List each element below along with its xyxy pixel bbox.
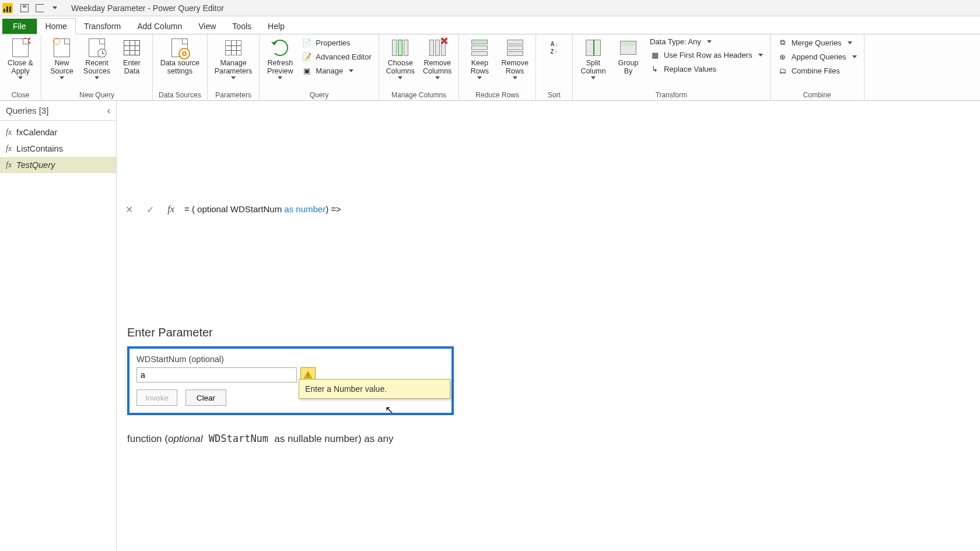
- replace-values-button[interactable]: ↳Replace Values: [649, 63, 718, 75]
- group-label: Query: [310, 90, 329, 99]
- group-label: Sort: [548, 90, 561, 99]
- document-icon: [12, 38, 29, 57]
- tab-transform[interactable]: Transform: [76, 19, 129, 34]
- group-label: Manage Columns: [391, 90, 446, 99]
- ribbon-group-sort: A↓Z↑ Sort: [536, 34, 573, 100]
- validation-tooltip: Enter a Number value.: [299, 379, 450, 399]
- advanced-editor-button[interactable]: 📝Advanced Editor: [300, 51, 372, 62]
- close-x-icon: [23, 37, 32, 45]
- ribbon-group-reduce-rows: Keep Rows Remove Rows Reduce Rows: [459, 34, 536, 100]
- split-column-button[interactable]: Split Column: [579, 37, 608, 80]
- new-star-icon: [53, 38, 60, 45]
- tab-add-column[interactable]: Add Column: [129, 19, 190, 34]
- document-icon: [54, 38, 70, 57]
- recent-sources-button[interactable]: Recent Sources: [82, 37, 111, 80]
- remove-columns-icon: [429, 40, 446, 56]
- combine-files-button[interactable]: 🗂Combine Files: [776, 65, 841, 76]
- new-source-button[interactable]: New Source: [47, 37, 76, 80]
- qat-save-button[interactable]: [18, 1, 32, 15]
- keep-rows-button[interactable]: Keep Rows: [465, 37, 494, 80]
- function-icon: fx: [6, 160, 12, 170]
- tab-view[interactable]: View: [190, 19, 224, 34]
- ribbon-group-new-query: New Source Recent Sources Enter Data New…: [41, 34, 153, 100]
- function-signature: function (optional WDStartNum as nullabl…: [127, 433, 970, 445]
- commit-formula-button[interactable]: ✓: [142, 202, 158, 217]
- svg-rect-0: [307, 374, 308, 375]
- group-label: Data Sources: [159, 90, 201, 99]
- remove-rows-icon: [507, 40, 523, 56]
- tab-help[interactable]: Help: [260, 19, 293, 34]
- table-icon: [124, 40, 140, 55]
- group-by-button[interactable]: Group By: [614, 37, 643, 77]
- group-label: Transform: [656, 90, 687, 99]
- chevron-down-icon: [349, 69, 354, 72]
- manage-icon: ▣: [302, 65, 312, 76]
- function-icon: fx: [6, 144, 12, 153]
- remove-columns-button[interactable]: Remove Columns: [422, 37, 453, 80]
- close-apply-button[interactable]: Close & Apply: [6, 37, 35, 80]
- parameter-label: WDStartNum (optional): [136, 355, 444, 364]
- merge-queries-button[interactable]: ⧉Merge Queries: [776, 37, 853, 48]
- query-item-testquery[interactable]: fxTestQuery: [0, 157, 116, 173]
- keep-rows-icon: [471, 40, 488, 56]
- content-area: Enter Parameter WDStartNum (optional) In…: [117, 318, 980, 551]
- window-title: Weekday Parameter - Power Query Editor: [71, 3, 224, 13]
- formula-text[interactable]: = ( optional WDStartNum as number) =>: [184, 204, 975, 215]
- tab-home[interactable]: Home: [37, 18, 76, 34]
- refresh-preview-button[interactable]: Refresh Preview: [265, 37, 295, 80]
- split-icon: [586, 40, 601, 56]
- queries-count-label: Queries [3]: [6, 106, 48, 115]
- query-item-listcontains[interactable]: fxListContains: [0, 141, 116, 157]
- query-item-fxcalendar[interactable]: fxfxCalendar: [0, 124, 116, 141]
- app-icon: [2, 3, 13, 13]
- first-row-headers-button[interactable]: ▦Use First Row as Headers: [649, 49, 764, 61]
- manage-menu[interactable]: ▣Manage: [300, 65, 355, 76]
- main-area: ✕ ✓ fx = ( optional WDStartNum as number…: [117, 101, 980, 551]
- data-source-settings-button[interactable]: Data source settings: [159, 37, 201, 77]
- manage-parameters-button[interactable]: Manage Parameters: [214, 37, 254, 80]
- cancel-formula-button[interactable]: ✕: [121, 202, 136, 217]
- queries-pane-header: Queries [3] ‹: [0, 101, 116, 121]
- append-queries-button[interactable]: ⊕Append Queries: [776, 51, 858, 62]
- ribbon-group-manage-columns: Choose Columns Remove Columns Manage Col…: [379, 34, 460, 100]
- chevron-down-icon: [758, 54, 763, 57]
- chevron-down-icon: [18, 76, 23, 79]
- editor-icon: 📝: [302, 51, 312, 62]
- choose-columns-button[interactable]: Choose Columns: [385, 37, 416, 80]
- chevron-down-icon: [591, 76, 596, 79]
- combine-files-icon: 🗂: [778, 65, 788, 76]
- refresh-icon: [272, 40, 288, 56]
- chevron-down-icon: [477, 76, 482, 79]
- enter-data-button[interactable]: Enter Data: [117, 37, 146, 77]
- clear-button[interactable]: Clear: [186, 389, 226, 406]
- merge-icon: ⧉: [778, 37, 788, 48]
- queries-list: fxfxCalendar fxListContains fxTestQuery: [0, 121, 116, 177]
- ribbon-group-close: Close & Apply Close: [0, 34, 41, 100]
- invoke-button: Invoke: [136, 389, 177, 406]
- group-label: Close: [12, 90, 30, 99]
- properties-button[interactable]: 📄Properties: [300, 37, 351, 48]
- collapse-pane-button[interactable]: ‹: [107, 106, 110, 116]
- sort-icon: A↓Z↑: [551, 41, 558, 55]
- chevron-down-icon: [231, 76, 236, 79]
- function-icon: fx: [6, 128, 12, 137]
- properties-icon: 📄: [302, 37, 312, 48]
- group-label: Parameters: [215, 90, 251, 99]
- qat-undo-button[interactable]: [33, 1, 47, 15]
- ribbon-group-query: Refresh Preview 📄Properties 📝Advanced Ed…: [260, 34, 379, 100]
- tab-tools[interactable]: Tools: [224, 19, 260, 34]
- chevron-down-icon: [398, 76, 402, 79]
- parameter-input[interactable]: [136, 367, 297, 382]
- sort-buttons[interactable]: A↓Z↑: [542, 37, 566, 68]
- tab-file[interactable]: File: [2, 19, 37, 34]
- ribbon-group-parameters: Manage Parameters Parameters: [208, 34, 260, 100]
- group-label: Combine: [803, 90, 831, 99]
- append-icon: ⊕: [778, 51, 788, 62]
- remove-rows-button[interactable]: Remove Rows: [500, 37, 530, 80]
- chevron-down-icon: [52, 6, 57, 9]
- gear-icon: [178, 48, 190, 59]
- chevron-down-icon: [848, 41, 852, 44]
- qat-customize-button[interactable]: [48, 1, 62, 15]
- data-type-menu[interactable]: Data Type: Any: [649, 37, 713, 47]
- parameters-icon: [225, 40, 242, 55]
